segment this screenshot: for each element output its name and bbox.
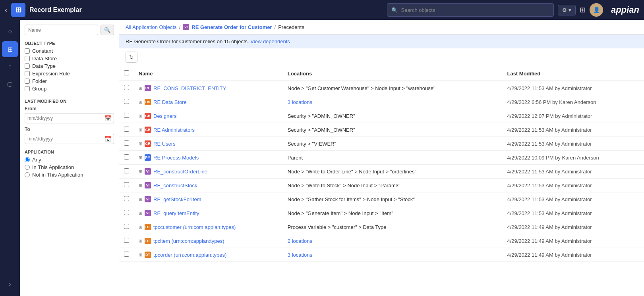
locations-link[interactable]: 3 locations	[288, 99, 312, 105]
radio-in-app-input[interactable]	[25, 165, 30, 170]
radio-any-input[interactable]	[25, 157, 30, 162]
obj-type-icon: DT	[145, 252, 151, 258]
row-checkbox[interactable]	[124, 168, 129, 173]
select-all-checkbox[interactable]	[124, 70, 129, 75]
obj-type-icon: VI	[145, 182, 151, 188]
expand-icon[interactable]: ⊞	[139, 155, 142, 160]
table-row: ⊞ VI RE_getStockForItem Node > "Gather S…	[119, 192, 644, 206]
expand-icon[interactable]: ⊞	[139, 211, 142, 216]
appian-logo: appian	[611, 5, 639, 15]
row-checkbox[interactable]	[124, 127, 129, 132]
obj-name-link[interactable]: RE Data Store	[153, 99, 187, 105]
checkbox-expressionrule-input[interactable]	[25, 71, 30, 76]
row-checkbox[interactable]	[124, 99, 129, 104]
locations-link[interactable]: 3 locations	[288, 252, 312, 258]
obj-name-link[interactable]: tpccustomer (urn:com:appian:types)	[153, 224, 236, 230]
view-dependents-link[interactable]: View dependents	[250, 38, 290, 44]
sidebar-item-puzzle[interactable]: ⬡	[2, 76, 18, 92]
row-checkbox[interactable]	[124, 182, 129, 187]
expand-sidebar-button[interactable]: ›	[2, 276, 18, 292]
locations-text: Node > "Get Customer Warehouse" > Node I…	[288, 85, 435, 91]
obj-name-link[interactable]: RE_getStockForItem	[153, 196, 201, 202]
expand-icon[interactable]: ⊞	[139, 169, 142, 174]
breadcrumb-current-link[interactable]: RE Generate Order for Customer	[191, 24, 272, 30]
expand-icon[interactable]: ⊞	[139, 113, 142, 119]
obj-name-link[interactable]: RE Users	[153, 141, 176, 147]
grid-icon[interactable]: ⊞	[580, 6, 586, 14]
row-checkbox[interactable]	[124, 154, 129, 160]
modified-text: 4/29/2022 11:53 AM by Administrator	[507, 183, 592, 188]
obj-type-icon: DT	[145, 224, 151, 230]
obj-name-link[interactable]: RE Administrators	[153, 127, 195, 133]
row-checkbox[interactable]	[124, 252, 129, 257]
breadcrumb-sep2: /	[275, 24, 276, 30]
obj-name-link[interactable]: RE Process Models	[153, 155, 199, 161]
gear-button[interactable]: ⚙ ▾	[558, 5, 576, 15]
row-checkbox[interactable]	[124, 196, 129, 201]
last-modified-section: LAST MODIFIED ON From 📅 To 📅	[25, 99, 114, 144]
name-filter-input[interactable]	[25, 25, 98, 35]
calendar-icon[interactable]: 📅	[104, 115, 111, 121]
obj-name-link[interactable]: tpcitem (urn:com:appian:types)	[153, 238, 224, 244]
obj-name-link[interactable]: RE_constructStock	[153, 183, 197, 188]
row-checkbox[interactable]	[124, 85, 129, 90]
checkbox-datatype-input[interactable]	[25, 63, 30, 69]
search-input[interactable]	[401, 7, 549, 13]
checkbox-datatype: Data Type	[25, 63, 114, 69]
checkbox-constant-input[interactable]	[25, 48, 30, 54]
table-row: ⊞ PM RE Process Models Parent4/29/2022 1…	[119, 151, 644, 165]
row-checkbox[interactable]	[124, 224, 129, 229]
table-row: ⊞ DT tpccustomer (urn:com:appian:types) …	[119, 220, 644, 234]
expand-icon[interactable]: ⊞	[139, 252, 142, 258]
checkbox-folder-input[interactable]	[25, 79, 30, 84]
table-row: ⊞ DS RE Data Store 3 locations4/29/2022 …	[119, 95, 644, 109]
radio-not-in-app: Not in This Application	[25, 172, 114, 178]
modified-text: 4/29/2022 11:53 AM by Administrator	[507, 85, 592, 91]
modified-text: 4/29/2022 12:07 PM by Administrator	[507, 113, 592, 119]
back-button[interactable]: ‹	[5, 6, 7, 14]
main-layout: ○ ⊞ ↑ ⬡ › 🔍 OBJECT TYPE Constant Data St…	[0, 20, 644, 296]
locations-link[interactable]: 2 locations	[288, 238, 312, 244]
row-checkbox[interactable]	[124, 238, 129, 243]
from-date-input[interactable]	[27, 115, 103, 121]
row-checkbox[interactable]	[124, 140, 129, 146]
expand-icon[interactable]: ⊞	[139, 225, 142, 230]
avatar[interactable]: 👤	[590, 3, 603, 17]
expand-icon[interactable]: ⊞	[139, 197, 142, 202]
expand-icon[interactable]: ⊞	[139, 86, 142, 91]
obj-name-link[interactable]: RE_constructOrderLine	[153, 169, 207, 175]
row-checkbox[interactable]	[124, 113, 129, 118]
refresh-button[interactable]: ↻	[126, 52, 137, 63]
locations-text: Node > "Write to Stock" > Node Input > "…	[288, 183, 400, 188]
expand-icon[interactable]: ⊞	[139, 238, 142, 244]
table-row: ⊞ GR RE Users Security > "VIEWER"4/29/20…	[119, 137, 644, 151]
checkbox-group-input[interactable]	[25, 86, 30, 91]
modified-text: 4/29/2022 11:53 AM by Administrator	[507, 210, 592, 216]
obj-name-link[interactable]: RE_queryItemEntity	[153, 210, 199, 216]
expand-icon[interactable]: ⊞	[139, 127, 142, 133]
obj-name-link[interactable]: tpcorder (urn:com:appian:types)	[153, 252, 226, 258]
sidebar-icons: ○ ⊞ ↑ ⬡ ›	[0, 20, 20, 296]
table-row: ⊞ GR Designers Security > "ADMIN_OWNER"4…	[119, 109, 644, 123]
obj-name-link[interactable]: RE_CONS_DISTRICT_ENTITY	[153, 85, 226, 91]
sidebar-item-globe[interactable]: ○	[2, 24, 18, 40]
breadcrumb-all-link[interactable]: All Application Objects	[126, 24, 177, 30]
sidebar-item-rocket[interactable]: ↑	[2, 59, 18, 75]
sidebar-item-apps[interactable]: ⊞	[2, 41, 18, 57]
search-icon: 🔍	[391, 7, 398, 13]
checkbox-datastore-input[interactable]	[25, 56, 30, 61]
expand-icon[interactable]: ⊞	[139, 141, 142, 146]
expand-icon[interactable]: ⊞	[139, 183, 142, 188]
filter-search-row: 🔍	[25, 25, 114, 35]
col-locations: Locations	[283, 66, 503, 81]
name-search-button[interactable]: 🔍	[101, 25, 114, 35]
calendar-icon-to[interactable]: 📅	[104, 136, 111, 142]
expand-icon[interactable]: ⊞	[139, 100, 142, 105]
breadcrumb-sep1: /	[179, 24, 181, 30]
modified-text: 4/29/2022 6:56 PM by Karen Anderson	[507, 99, 596, 105]
row-checkbox[interactable]	[124, 210, 129, 215]
radio-any: Any	[25, 157, 114, 163]
radio-not-in-app-input[interactable]	[25, 172, 30, 177]
to-date-input[interactable]	[27, 136, 103, 142]
obj-name-link[interactable]: Designers	[153, 113, 177, 119]
